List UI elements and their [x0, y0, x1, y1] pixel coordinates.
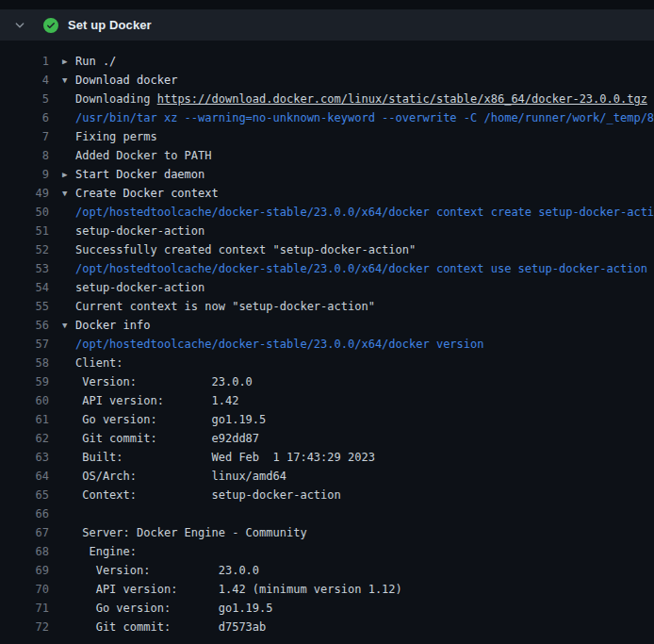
log-row: 61 Go version: go1.19.5	[0, 410, 654, 429]
line-number[interactable]: 67	[0, 523, 62, 542]
triangle-down-icon[interactable]: ▼	[62, 184, 75, 203]
log-group-row: 9▶Start Docker daemon	[0, 165, 654, 184]
line-number[interactable]: 72	[0, 618, 62, 636]
log-text: API version: 1.42 (minimum version 1.12)	[75, 580, 402, 599]
log-row: 62 Git commit: e92dd87	[0, 429, 654, 448]
log-text: Context: setup-docker-action	[75, 486, 341, 504]
line-number[interactable]: 59	[0, 372, 62, 391]
line-number[interactable]: 8	[0, 146, 62, 165]
log-text: Successfully created context "setup-dock…	[75, 240, 416, 259]
group-title[interactable]: Create Docker context	[75, 184, 219, 203]
log-text: Fixing perms	[75, 127, 157, 146]
arrow-spacer	[62, 297, 75, 316]
log-row: 67 Server: Docker Engine - Community	[0, 523, 654, 542]
group-title[interactable]: Download docker	[75, 71, 177, 90]
line-number[interactable]: 6	[0, 108, 62, 127]
line-number[interactable]: 61	[0, 410, 62, 429]
line-number[interactable]: 68	[0, 542, 62, 561]
arrow-spacer	[62, 203, 75, 222]
triangle-down-icon[interactable]: ▼	[62, 316, 75, 335]
log-row: 69 Version: 23.0.0	[0, 561, 654, 580]
arrow-spacer	[62, 278, 75, 297]
log-group-row: 49▼Create Docker context	[0, 184, 654, 203]
group-title[interactable]: Run ./	[75, 52, 116, 71]
line-number[interactable]: 55	[0, 297, 62, 316]
check-circle-success-icon	[43, 18, 58, 33]
group-title[interactable]: Start Docker daemon	[75, 165, 204, 184]
arrow-spacer	[62, 429, 75, 448]
chevron-down-icon[interactable]	[13, 19, 26, 32]
log-text: Version: 23.0.0	[75, 561, 259, 580]
line-number[interactable]: 66	[0, 504, 62, 523]
log-lines: 1▶Run ./4▼Download docker5Downloading ht…	[0, 52, 654, 636]
arrow-spacer	[62, 127, 75, 146]
line-number[interactable]: 62	[0, 429, 62, 448]
log-text: Version: 23.0.0	[75, 372, 253, 391]
log-row: 8Added Docker to PATH	[0, 146, 654, 165]
line-number[interactable]: 9	[0, 165, 62, 184]
line-number[interactable]: 54	[0, 278, 62, 297]
log-text: Go version: go1.19.5	[75, 599, 273, 618]
line-number[interactable]: 56	[0, 316, 62, 335]
line-number[interactable]: 50	[0, 203, 62, 222]
log-text: Git commit: d7573ab	[75, 618, 266, 636]
log-row: 55Current context is now "setup-docker-a…	[0, 297, 654, 316]
log-text: Go version: go1.19.5	[75, 410, 266, 429]
log-row: 70 API version: 1.42 (minimum version 1.…	[0, 580, 654, 599]
line-number[interactable]: 7	[0, 127, 62, 146]
log-text: setup-docker-action	[75, 278, 204, 297]
step-title: Set up Docker	[68, 18, 152, 32]
log-text: Client:	[75, 354, 123, 372]
line-number[interactable]: 53	[0, 259, 62, 278]
line-number[interactable]: 1	[0, 52, 62, 71]
log-row: 7Fixing perms	[0, 127, 654, 146]
arrow-spacer	[62, 448, 75, 467]
log-row: 52Successfully created context "setup-do…	[0, 240, 654, 259]
line-number[interactable]: 5	[0, 90, 62, 108]
log-row: 68 Engine:	[0, 542, 654, 561]
log-text: Built: Wed Feb 1 17:43:29 2023	[75, 448, 375, 467]
triangle-down-icon[interactable]: ▼	[62, 71, 75, 90]
line-number[interactable]: 70	[0, 580, 62, 599]
log-row: 6/usr/bin/tar xz --warning=no-unknown-ke…	[0, 108, 654, 127]
line-number[interactable]: 65	[0, 486, 62, 504]
page-top-strip	[0, 0, 654, 9]
log-text: Server: Docker Engine - Community	[75, 523, 307, 542]
arrow-spacer	[62, 259, 75, 278]
log-row: 60 API version: 1.42	[0, 391, 654, 410]
triangle-right-icon[interactable]: ▶	[62, 165, 75, 184]
line-number[interactable]: 49	[0, 184, 62, 203]
triangle-right-icon[interactable]: ▶	[62, 52, 75, 71]
log-row: 66	[0, 504, 654, 523]
step-header[interactable]: Set up Docker	[0, 9, 654, 41]
log-group-row: 56▼Docker info	[0, 316, 654, 335]
log-command-text: /opt/hostedtoolcache/docker-stable/23.0.…	[75, 335, 483, 354]
line-number[interactable]: 52	[0, 240, 62, 259]
line-number[interactable]: 64	[0, 467, 62, 486]
line-number[interactable]: 63	[0, 448, 62, 467]
arrow-spacer	[62, 486, 75, 504]
line-number[interactable]: 4	[0, 71, 62, 90]
line-number[interactable]: 51	[0, 222, 62, 240]
line-number[interactable]: 57	[0, 335, 62, 354]
log-command-text: /opt/hostedtoolcache/docker-stable/23.0.…	[75, 259, 647, 278]
line-number[interactable]: 69	[0, 561, 62, 580]
log-row: 54setup-docker-action	[0, 278, 654, 297]
group-title[interactable]: Docker info	[75, 316, 150, 335]
log-text: API version: 1.42	[75, 391, 238, 410]
line-number[interactable]: 60	[0, 391, 62, 410]
log-text: Current context is now "setup-docker-act…	[75, 297, 375, 316]
log-row: 72 Git commit: d7573ab	[0, 618, 654, 636]
log-row: 64 OS/Arch: linux/amd64	[0, 467, 654, 486]
arrow-spacer	[62, 90, 75, 108]
line-number[interactable]: 71	[0, 599, 62, 618]
arrow-spacer	[62, 410, 75, 429]
line-number[interactable]: 58	[0, 354, 62, 372]
log-row: 63 Built: Wed Feb 1 17:43:29 2023	[0, 448, 654, 467]
log-link[interactable]: https://download.docker.com/linux/static…	[157, 92, 647, 106]
log-text: Downloading https://download.docker.com/…	[75, 90, 647, 108]
arrow-spacer	[62, 523, 75, 542]
log-group-row: 1▶Run ./	[0, 52, 654, 71]
arrow-spacer	[62, 108, 75, 127]
arrow-spacer	[62, 542, 75, 561]
